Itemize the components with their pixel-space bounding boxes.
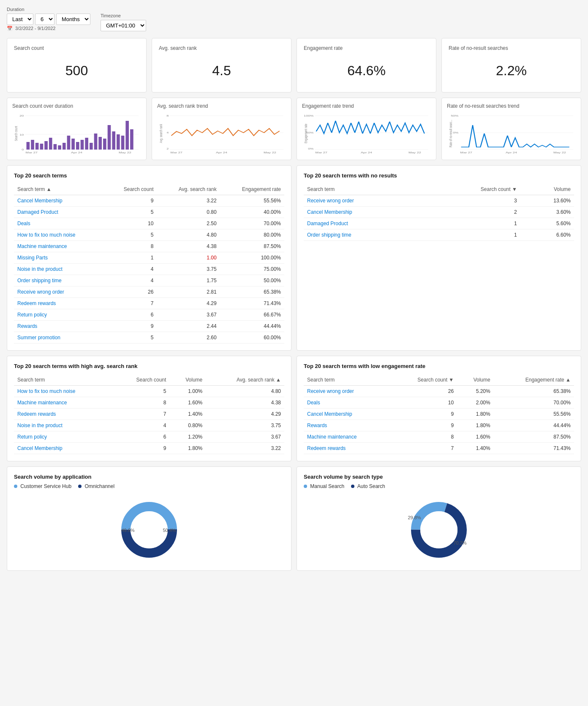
hr-rank-cell: 3.22	[206, 443, 284, 454]
le-count-cell: 9	[391, 420, 457, 431]
last-select[interactable]: Last	[7, 14, 33, 25]
col-nr-volume[interactable]: Volume	[520, 184, 574, 195]
search-term-link[interactable]: Redeem rewards	[14, 298, 105, 309]
le-engagement-cell: 87.50%	[494, 431, 574, 443]
le-term-link[interactable]: Rewards	[304, 420, 391, 431]
search-term-link[interactable]: Missing Parts	[14, 252, 105, 264]
svg-rect-18	[76, 142, 79, 150]
hr-count-cell: 5	[113, 386, 169, 397]
kpi-no-result: Rate of no-result searches 2.2%	[441, 38, 581, 93]
period-select[interactable]: Months	[56, 14, 90, 25]
hr-count-cell: 7	[113, 409, 169, 420]
kpi-row: Search count 500 Avg. search rank 4.5 En…	[7, 38, 581, 93]
col-nr-count[interactable]: Search count ▼	[424, 184, 520, 195]
hr-volume-cell: 1.80%	[169, 443, 206, 454]
nr-term-link[interactable]: Cancel Membership	[304, 207, 424, 218]
table-row: Return policy61.20%3.67	[14, 431, 284, 443]
table-row: Order shipping time41.7550.00%	[14, 275, 284, 286]
col-hr-count[interactable]: Search count	[113, 374, 169, 386]
chart-row: Search count over duration Search count …	[7, 98, 581, 160]
search-term-link[interactable]: Deals	[14, 218, 105, 229]
engagement-rate-cell: 80.00%	[220, 229, 284, 241]
search-term-link[interactable]: Noise in the product	[14, 264, 105, 275]
timezone-select[interactable]: GMT+01:00	[101, 20, 146, 31]
col-le-engagement[interactable]: Engagement rate ▲	[494, 374, 574, 386]
le-term-link[interactable]: Machine maintenance	[304, 431, 391, 443]
timezone-label: Timezone	[101, 13, 146, 18]
svg-text:Mar 27: Mar 27	[316, 151, 327, 154]
high-rank-table: Search term Search count Volume Avg. sea…	[14, 374, 284, 454]
table-row: Receive wrong order313.60%	[304, 195, 574, 207]
le-volume-cell: 1.40%	[457, 443, 493, 454]
top20-search-terms-card: Top 20 search terms Search term ▲ Search…	[7, 165, 291, 351]
col-le-term[interactable]: Search term	[304, 374, 391, 386]
hr-count-cell: 6	[113, 431, 169, 443]
no-results-title: Top 20 search terms with no results	[304, 172, 574, 179]
col-hr-term[interactable]: Search term	[14, 374, 113, 386]
search-term-link[interactable]: Return policy	[14, 309, 105, 321]
avg-rank-cell: 2.44	[157, 321, 220, 332]
col-search-term[interactable]: Search term ▲	[14, 184, 105, 195]
search-count-cell: 8	[105, 241, 157, 252]
search-term-link[interactable]: Order shipping time	[14, 275, 105, 286]
high-rank-scroll[interactable]: Search term Search count Volume Avg. sea…	[14, 374, 284, 454]
svg-rect-27	[117, 134, 120, 150]
avg-rank-cell: 3.75	[157, 264, 220, 275]
search-count-cell: 9	[105, 195, 157, 207]
col-le-volume[interactable]: Volume	[457, 374, 493, 386]
search-term-link[interactable]: Summer promotion	[14, 332, 105, 343]
le-term-link[interactable]: Redeem rewards	[304, 443, 391, 454]
svg-text:Apr 24: Apr 24	[216, 151, 228, 154]
search-term-link[interactable]: Cancel Membership	[14, 195, 105, 207]
chart-engagement-trend-title: Engagement rate trend	[302, 103, 431, 109]
svg-text:50.4%: 50.4%	[163, 528, 176, 533]
le-term-link[interactable]: Cancel Membership	[304, 409, 391, 420]
search-count-cell: 5	[105, 332, 157, 343]
search-term-link[interactable]: Receive wrong order	[14, 286, 105, 298]
months-count-select[interactable]: 6	[35, 14, 54, 25]
le-term-link[interactable]: Deals	[304, 397, 391, 409]
nr-term-link[interactable]: Order shipping time	[304, 229, 424, 241]
hr-term-link[interactable]: Redeem rewards	[14, 409, 113, 420]
col-hr-volume[interactable]: Volume	[169, 374, 206, 386]
svg-text:Mar 27: Mar 27	[460, 151, 472, 154]
engagement-rate-cell: 55.56%	[220, 195, 284, 207]
donut-type-title: Search volume by search type	[304, 474, 574, 480]
avg-rank-cell: 2.60	[157, 332, 220, 343]
search-term-link[interactable]: Damaged Product	[14, 207, 105, 218]
sort-icon-le-count: ▼	[449, 377, 454, 383]
search-term-link[interactable]: How to fix too much noise	[14, 229, 105, 241]
kpi-search-count: Search count 500	[7, 38, 147, 93]
col-avg-rank[interactable]: Avg. search rank	[157, 184, 220, 195]
low-engagement-scroll[interactable]: Search term Search count ▼ Volume Engage…	[304, 374, 574, 454]
le-term-link[interactable]: Receive wrong order	[304, 386, 391, 397]
le-engagement-cell: 71.43%	[494, 443, 574, 454]
col-engagement[interactable]: Engagement rate	[220, 184, 284, 195]
svg-rect-17	[71, 139, 75, 150]
col-hr-rank[interactable]: Avg. search rank ▲	[206, 374, 284, 386]
search-term-link[interactable]: Machine maintenance	[14, 241, 105, 252]
hr-term-link[interactable]: How to fix too much noise	[14, 386, 113, 397]
nr-term-link[interactable]: Damaged Product	[304, 218, 424, 229]
col-le-count[interactable]: Search count ▼	[391, 374, 457, 386]
hr-volume-cell: 1.00%	[169, 386, 206, 397]
svg-text:May 22: May 22	[408, 151, 421, 154]
svg-rect-22	[94, 134, 98, 150]
hr-rank-cell: 4.38	[206, 397, 284, 409]
svg-rect-19	[81, 140, 84, 150]
hr-term-link[interactable]: Machine maintenance	[14, 397, 113, 409]
low-engagement-title: Top 20 search terms with low engagement …	[304, 363, 574, 369]
hr-term-link[interactable]: Return policy	[14, 431, 113, 443]
search-count-cell: 4	[105, 275, 157, 286]
table-row: Rewards91.80%44.44%	[304, 420, 574, 431]
search-term-link[interactable]: Rewards	[14, 321, 105, 332]
col-nr-search-term[interactable]: Search term	[304, 184, 424, 195]
col-search-count[interactable]: Search count	[105, 184, 157, 195]
hr-term-link[interactable]: Noise in the product	[14, 420, 113, 431]
hr-term-link[interactable]: Cancel Membership	[14, 443, 113, 454]
high-rank-card: Top 20 search terms with high avg. searc…	[7, 356, 291, 461]
sort-icon-le-eng: ▲	[566, 377, 571, 383]
nr-term-link[interactable]: Receive wrong order	[304, 195, 424, 207]
svg-text:49.6%: 49.6%	[121, 528, 134, 533]
chart-no-result-trend-title: Rate of no-result searches trend	[447, 103, 576, 109]
